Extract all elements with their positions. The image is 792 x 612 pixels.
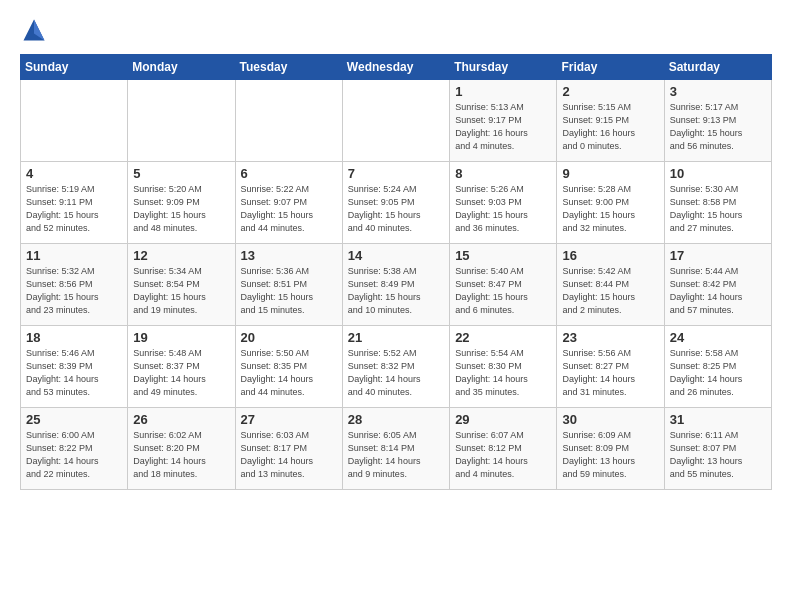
calendar-cell <box>128 80 235 162</box>
day-number: 29 <box>455 412 551 427</box>
calendar-cell: 26Sunrise: 6:02 AM Sunset: 8:20 PM Dayli… <box>128 408 235 490</box>
day-info: Sunrise: 5:34 AM Sunset: 8:54 PM Dayligh… <box>133 265 229 317</box>
day-info: Sunrise: 5:26 AM Sunset: 9:03 PM Dayligh… <box>455 183 551 235</box>
calendar-cell: 18Sunrise: 5:46 AM Sunset: 8:39 PM Dayli… <box>21 326 128 408</box>
weekday-header: Wednesday <box>342 55 449 80</box>
weekday-header: Sunday <box>21 55 128 80</box>
day-number: 28 <box>348 412 444 427</box>
header <box>20 16 772 44</box>
day-info: Sunrise: 6:05 AM Sunset: 8:14 PM Dayligh… <box>348 429 444 481</box>
day-number: 22 <box>455 330 551 345</box>
calendar-cell: 31Sunrise: 6:11 AM Sunset: 8:07 PM Dayli… <box>664 408 771 490</box>
calendar-cell: 4Sunrise: 5:19 AM Sunset: 9:11 PM Daylig… <box>21 162 128 244</box>
weekday-header: Monday <box>128 55 235 80</box>
day-number: 15 <box>455 248 551 263</box>
day-number: 2 <box>562 84 658 99</box>
day-info: Sunrise: 5:32 AM Sunset: 8:56 PM Dayligh… <box>26 265 122 317</box>
calendar-cell: 6Sunrise: 5:22 AM Sunset: 9:07 PM Daylig… <box>235 162 342 244</box>
calendar-cell <box>21 80 128 162</box>
day-number: 8 <box>455 166 551 181</box>
day-number: 26 <box>133 412 229 427</box>
page: SundayMondayTuesdayWednesdayThursdayFrid… <box>0 0 792 502</box>
day-number: 16 <box>562 248 658 263</box>
day-info: Sunrise: 5:19 AM Sunset: 9:11 PM Dayligh… <box>26 183 122 235</box>
day-number: 30 <box>562 412 658 427</box>
day-number: 23 <box>562 330 658 345</box>
calendar-cell: 20Sunrise: 5:50 AM Sunset: 8:35 PM Dayli… <box>235 326 342 408</box>
day-info: Sunrise: 5:13 AM Sunset: 9:17 PM Dayligh… <box>455 101 551 153</box>
calendar-cell: 11Sunrise: 5:32 AM Sunset: 8:56 PM Dayli… <box>21 244 128 326</box>
calendar-cell: 10Sunrise: 5:30 AM Sunset: 8:58 PM Dayli… <box>664 162 771 244</box>
day-number: 19 <box>133 330 229 345</box>
logo <box>20 16 52 44</box>
calendar-cell <box>342 80 449 162</box>
day-number: 12 <box>133 248 229 263</box>
day-info: Sunrise: 5:56 AM Sunset: 8:27 PM Dayligh… <box>562 347 658 399</box>
day-info: Sunrise: 5:48 AM Sunset: 8:37 PM Dayligh… <box>133 347 229 399</box>
calendar-cell: 19Sunrise: 5:48 AM Sunset: 8:37 PM Dayli… <box>128 326 235 408</box>
calendar-week-row: 1Sunrise: 5:13 AM Sunset: 9:17 PM Daylig… <box>21 80 772 162</box>
calendar-cell: 12Sunrise: 5:34 AM Sunset: 8:54 PM Dayli… <box>128 244 235 326</box>
calendar-cell: 8Sunrise: 5:26 AM Sunset: 9:03 PM Daylig… <box>450 162 557 244</box>
calendar-cell: 24Sunrise: 5:58 AM Sunset: 8:25 PM Dayli… <box>664 326 771 408</box>
day-info: Sunrise: 5:52 AM Sunset: 8:32 PM Dayligh… <box>348 347 444 399</box>
day-info: Sunrise: 5:50 AM Sunset: 8:35 PM Dayligh… <box>241 347 337 399</box>
calendar-cell: 9Sunrise: 5:28 AM Sunset: 9:00 PM Daylig… <box>557 162 664 244</box>
day-number: 6 <box>241 166 337 181</box>
calendar-cell: 21Sunrise: 5:52 AM Sunset: 8:32 PM Dayli… <box>342 326 449 408</box>
calendar-cell <box>235 80 342 162</box>
day-info: Sunrise: 6:03 AM Sunset: 8:17 PM Dayligh… <box>241 429 337 481</box>
calendar-table: SundayMondayTuesdayWednesdayThursdayFrid… <box>20 54 772 490</box>
day-info: Sunrise: 5:36 AM Sunset: 8:51 PM Dayligh… <box>241 265 337 317</box>
calendar-cell: 23Sunrise: 5:56 AM Sunset: 8:27 PM Dayli… <box>557 326 664 408</box>
day-info: Sunrise: 5:15 AM Sunset: 9:15 PM Dayligh… <box>562 101 658 153</box>
calendar-cell: 5Sunrise: 5:20 AM Sunset: 9:09 PM Daylig… <box>128 162 235 244</box>
day-number: 9 <box>562 166 658 181</box>
day-info: Sunrise: 5:30 AM Sunset: 8:58 PM Dayligh… <box>670 183 766 235</box>
calendar-cell: 13Sunrise: 5:36 AM Sunset: 8:51 PM Dayli… <box>235 244 342 326</box>
day-number: 1 <box>455 84 551 99</box>
day-number: 13 <box>241 248 337 263</box>
day-info: Sunrise: 5:44 AM Sunset: 8:42 PM Dayligh… <box>670 265 766 317</box>
day-info: Sunrise: 6:07 AM Sunset: 8:12 PM Dayligh… <box>455 429 551 481</box>
weekday-header: Thursday <box>450 55 557 80</box>
day-info: Sunrise: 5:20 AM Sunset: 9:09 PM Dayligh… <box>133 183 229 235</box>
calendar-week-row: 4Sunrise: 5:19 AM Sunset: 9:11 PM Daylig… <box>21 162 772 244</box>
day-info: Sunrise: 5:46 AM Sunset: 8:39 PM Dayligh… <box>26 347 122 399</box>
day-info: Sunrise: 5:42 AM Sunset: 8:44 PM Dayligh… <box>562 265 658 317</box>
calendar-cell: 28Sunrise: 6:05 AM Sunset: 8:14 PM Dayli… <box>342 408 449 490</box>
day-info: Sunrise: 6:11 AM Sunset: 8:07 PM Dayligh… <box>670 429 766 481</box>
day-info: Sunrise: 6:00 AM Sunset: 8:22 PM Dayligh… <box>26 429 122 481</box>
day-number: 11 <box>26 248 122 263</box>
day-number: 17 <box>670 248 766 263</box>
calendar-cell: 14Sunrise: 5:38 AM Sunset: 8:49 PM Dayli… <box>342 244 449 326</box>
day-info: Sunrise: 5:54 AM Sunset: 8:30 PM Dayligh… <box>455 347 551 399</box>
calendar-cell: 2Sunrise: 5:15 AM Sunset: 9:15 PM Daylig… <box>557 80 664 162</box>
calendar-cell: 3Sunrise: 5:17 AM Sunset: 9:13 PM Daylig… <box>664 80 771 162</box>
weekday-header: Saturday <box>664 55 771 80</box>
calendar-cell: 30Sunrise: 6:09 AM Sunset: 8:09 PM Dayli… <box>557 408 664 490</box>
day-info: Sunrise: 5:28 AM Sunset: 9:00 PM Dayligh… <box>562 183 658 235</box>
calendar-cell: 25Sunrise: 6:00 AM Sunset: 8:22 PM Dayli… <box>21 408 128 490</box>
day-number: 20 <box>241 330 337 345</box>
day-info: Sunrise: 5:58 AM Sunset: 8:25 PM Dayligh… <box>670 347 766 399</box>
calendar-cell: 22Sunrise: 5:54 AM Sunset: 8:30 PM Dayli… <box>450 326 557 408</box>
header-row: SundayMondayTuesdayWednesdayThursdayFrid… <box>21 55 772 80</box>
day-number: 5 <box>133 166 229 181</box>
day-number: 7 <box>348 166 444 181</box>
day-number: 24 <box>670 330 766 345</box>
calendar-week-row: 11Sunrise: 5:32 AM Sunset: 8:56 PM Dayli… <box>21 244 772 326</box>
calendar-cell: 16Sunrise: 5:42 AM Sunset: 8:44 PM Dayli… <box>557 244 664 326</box>
day-number: 3 <box>670 84 766 99</box>
calendar-week-row: 25Sunrise: 6:00 AM Sunset: 8:22 PM Dayli… <box>21 408 772 490</box>
day-info: Sunrise: 5:22 AM Sunset: 9:07 PM Dayligh… <box>241 183 337 235</box>
day-number: 14 <box>348 248 444 263</box>
day-number: 4 <box>26 166 122 181</box>
day-number: 21 <box>348 330 444 345</box>
day-number: 18 <box>26 330 122 345</box>
weekday-header: Tuesday <box>235 55 342 80</box>
calendar-cell: 29Sunrise: 6:07 AM Sunset: 8:12 PM Dayli… <box>450 408 557 490</box>
calendar-cell: 17Sunrise: 5:44 AM Sunset: 8:42 PM Dayli… <box>664 244 771 326</box>
day-info: Sunrise: 6:09 AM Sunset: 8:09 PM Dayligh… <box>562 429 658 481</box>
day-number: 25 <box>26 412 122 427</box>
